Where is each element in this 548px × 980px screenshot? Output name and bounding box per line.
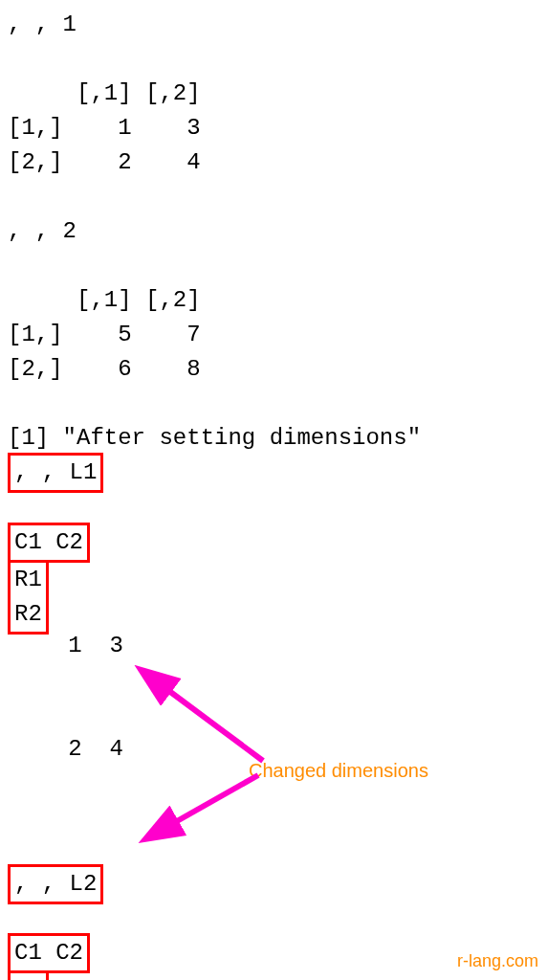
slice-header-1: , , 1 (8, 8, 540, 42)
matrix-row-vals: 1 3 (55, 629, 123, 663)
highlighted-row-labels-1: R1 R2 (8, 560, 49, 635)
highlighted-row-labels-2: R1 R2 (8, 970, 49, 980)
matrix-row: [2,] 2 4 (8, 145, 540, 180)
matrix-row: [1,] 1 3 (8, 111, 540, 145)
blank-line (8, 42, 540, 77)
watermark: r-lang.com (457, 948, 538, 974)
matrix-row: [2,] 6 8 (8, 352, 540, 387)
col-labels: C1 C2 (14, 940, 83, 966)
blank-line (8, 835, 540, 863)
slice-label-l2: , , L2 (14, 871, 97, 897)
slice-header-2: , , 2 (8, 214, 540, 249)
highlighted-slice-header-l2: , , L2 (8, 864, 103, 904)
matrix-row: [1,] 5 7 (8, 318, 540, 352)
row-label: R2 (14, 597, 42, 632)
highlighted-slice-header-l1: , , L1 (8, 453, 103, 493)
col-header-2: [,1] [,2] (8, 283, 540, 318)
blank-line (8, 180, 540, 214)
slice-label-l1: , , L1 (14, 459, 97, 485)
print-message: [1] "After setting dimensions" (8, 421, 540, 456)
col-labels: C1 C2 (14, 529, 83, 555)
col-header-1: [,1] [,2] (8, 77, 540, 111)
row-label: R1 (14, 563, 42, 597)
matrix-row-vals: 2 4 (55, 732, 123, 767)
highlighted-col-header-2: C1 C2 (8, 933, 90, 973)
matrix-values-1: 1 3 2 4 (55, 560, 123, 835)
row-label: R1 (14, 973, 42, 980)
blank-line (8, 905, 540, 933)
blank-line (8, 249, 540, 283)
blank-line (8, 387, 540, 421)
matrix-values-2: 5 7 6 8 (55, 970, 123, 980)
highlighted-col-header-1: C1 C2 (8, 523, 90, 563)
annotation-label: Changed dimensions (249, 756, 428, 785)
blank-line (8, 494, 540, 522)
